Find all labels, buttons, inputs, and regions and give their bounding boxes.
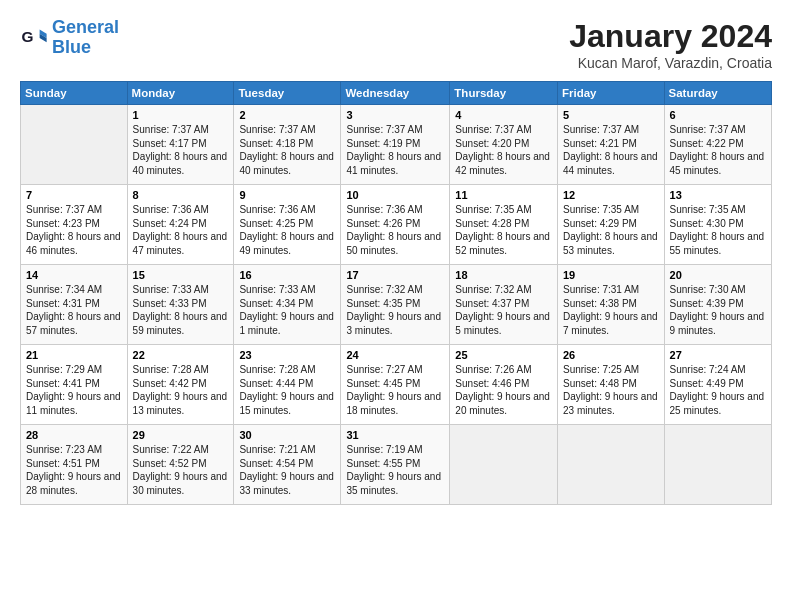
- cell-info: Sunrise: 7:36 AMSunset: 4:25 PMDaylight:…: [239, 203, 335, 257]
- day-number: 29: [133, 429, 229, 441]
- calendar-cell: 29Sunrise: 7:22 AMSunset: 4:52 PMDayligh…: [127, 425, 234, 505]
- day-number: 21: [26, 349, 122, 361]
- cell-info: Sunrise: 7:32 AMSunset: 4:35 PMDaylight:…: [346, 283, 444, 337]
- day-number: 2: [239, 109, 335, 121]
- day-number: 22: [133, 349, 229, 361]
- calendar-cell: 13Sunrise: 7:35 AMSunset: 4:30 PMDayligh…: [664, 185, 771, 265]
- day-number: 30: [239, 429, 335, 441]
- cell-info: Sunrise: 7:23 AMSunset: 4:51 PMDaylight:…: [26, 443, 122, 497]
- calendar-cell: 14Sunrise: 7:34 AMSunset: 4:31 PMDayligh…: [21, 265, 128, 345]
- day-number: 27: [670, 349, 766, 361]
- calendar-cell: 31Sunrise: 7:19 AMSunset: 4:55 PMDayligh…: [341, 425, 450, 505]
- calendar-cell: 26Sunrise: 7:25 AMSunset: 4:48 PMDayligh…: [558, 345, 665, 425]
- calendar-cell: 9Sunrise: 7:36 AMSunset: 4:25 PMDaylight…: [234, 185, 341, 265]
- col-header-friday: Friday: [558, 82, 665, 105]
- day-number: 20: [670, 269, 766, 281]
- logo-icon: G: [20, 24, 48, 52]
- cell-info: Sunrise: 7:33 AMSunset: 4:33 PMDaylight:…: [133, 283, 229, 337]
- calendar-cell: 17Sunrise: 7:32 AMSunset: 4:35 PMDayligh…: [341, 265, 450, 345]
- day-number: 18: [455, 269, 552, 281]
- cell-info: Sunrise: 7:36 AMSunset: 4:24 PMDaylight:…: [133, 203, 229, 257]
- calendar-table: SundayMondayTuesdayWednesdayThursdayFrid…: [20, 81, 772, 505]
- day-number: 11: [455, 189, 552, 201]
- cell-info: Sunrise: 7:21 AMSunset: 4:54 PMDaylight:…: [239, 443, 335, 497]
- cell-info: Sunrise: 7:33 AMSunset: 4:34 PMDaylight:…: [239, 283, 335, 337]
- cell-info: Sunrise: 7:34 AMSunset: 4:31 PMDaylight:…: [26, 283, 122, 337]
- day-number: 7: [26, 189, 122, 201]
- calendar-week-3: 21Sunrise: 7:29 AMSunset: 4:41 PMDayligh…: [21, 345, 772, 425]
- day-number: 31: [346, 429, 444, 441]
- calendar-cell: [558, 425, 665, 505]
- cell-info: Sunrise: 7:24 AMSunset: 4:49 PMDaylight:…: [670, 363, 766, 417]
- cell-info: Sunrise: 7:30 AMSunset: 4:39 PMDaylight:…: [670, 283, 766, 337]
- col-header-thursday: Thursday: [450, 82, 558, 105]
- day-number: 8: [133, 189, 229, 201]
- cell-info: Sunrise: 7:35 AMSunset: 4:29 PMDaylight:…: [563, 203, 659, 257]
- calendar-cell: 28Sunrise: 7:23 AMSunset: 4:51 PMDayligh…: [21, 425, 128, 505]
- calendar-cell: 11Sunrise: 7:35 AMSunset: 4:28 PMDayligh…: [450, 185, 558, 265]
- day-number: 25: [455, 349, 552, 361]
- cell-info: Sunrise: 7:36 AMSunset: 4:26 PMDaylight:…: [346, 203, 444, 257]
- day-number: 9: [239, 189, 335, 201]
- cell-info: Sunrise: 7:32 AMSunset: 4:37 PMDaylight:…: [455, 283, 552, 337]
- cell-info: Sunrise: 7:22 AMSunset: 4:52 PMDaylight:…: [133, 443, 229, 497]
- day-number: 28: [26, 429, 122, 441]
- calendar-cell: 4Sunrise: 7:37 AMSunset: 4:20 PMDaylight…: [450, 105, 558, 185]
- calendar-cell: [664, 425, 771, 505]
- day-number: 26: [563, 349, 659, 361]
- day-number: 1: [133, 109, 229, 121]
- calendar-cell: 24Sunrise: 7:27 AMSunset: 4:45 PMDayligh…: [341, 345, 450, 425]
- day-number: 13: [670, 189, 766, 201]
- day-number: 15: [133, 269, 229, 281]
- col-header-wednesday: Wednesday: [341, 82, 450, 105]
- cell-info: Sunrise: 7:37 AMSunset: 4:22 PMDaylight:…: [670, 123, 766, 177]
- calendar-week-0: 1Sunrise: 7:37 AMSunset: 4:17 PMDaylight…: [21, 105, 772, 185]
- cell-info: Sunrise: 7:31 AMSunset: 4:38 PMDaylight:…: [563, 283, 659, 337]
- day-number: 19: [563, 269, 659, 281]
- day-number: 4: [455, 109, 552, 121]
- calendar-cell: 27Sunrise: 7:24 AMSunset: 4:49 PMDayligh…: [664, 345, 771, 425]
- calendar-cell: 5Sunrise: 7:37 AMSunset: 4:21 PMDaylight…: [558, 105, 665, 185]
- calendar-cell: 2Sunrise: 7:37 AMSunset: 4:18 PMDaylight…: [234, 105, 341, 185]
- calendar-cell: 21Sunrise: 7:29 AMSunset: 4:41 PMDayligh…: [21, 345, 128, 425]
- title-block: January 2024 Kucan Marof, Varazdin, Croa…: [569, 18, 772, 71]
- calendar-cell: 3Sunrise: 7:37 AMSunset: 4:19 PMDaylight…: [341, 105, 450, 185]
- month-title: January 2024: [569, 18, 772, 55]
- cell-info: Sunrise: 7:28 AMSunset: 4:42 PMDaylight:…: [133, 363, 229, 417]
- calendar-cell: 7Sunrise: 7:37 AMSunset: 4:23 PMDaylight…: [21, 185, 128, 265]
- cell-info: Sunrise: 7:35 AMSunset: 4:30 PMDaylight:…: [670, 203, 766, 257]
- logo-blue: Blue: [52, 37, 91, 57]
- calendar-header-row: SundayMondayTuesdayWednesdayThursdayFrid…: [21, 82, 772, 105]
- col-header-saturday: Saturday: [664, 82, 771, 105]
- col-header-tuesday: Tuesday: [234, 82, 341, 105]
- day-number: 24: [346, 349, 444, 361]
- day-number: 16: [239, 269, 335, 281]
- day-number: 14: [26, 269, 122, 281]
- cell-info: Sunrise: 7:28 AMSunset: 4:44 PMDaylight:…: [239, 363, 335, 417]
- calendar-cell: 6Sunrise: 7:37 AMSunset: 4:22 PMDaylight…: [664, 105, 771, 185]
- calendar-cell: 23Sunrise: 7:28 AMSunset: 4:44 PMDayligh…: [234, 345, 341, 425]
- calendar-cell: 10Sunrise: 7:36 AMSunset: 4:26 PMDayligh…: [341, 185, 450, 265]
- cell-info: Sunrise: 7:25 AMSunset: 4:48 PMDaylight:…: [563, 363, 659, 417]
- cell-info: Sunrise: 7:26 AMSunset: 4:46 PMDaylight:…: [455, 363, 552, 417]
- col-header-monday: Monday: [127, 82, 234, 105]
- cell-info: Sunrise: 7:37 AMSunset: 4:19 PMDaylight:…: [346, 123, 444, 177]
- cell-info: Sunrise: 7:35 AMSunset: 4:28 PMDaylight:…: [455, 203, 552, 257]
- calendar-cell: [21, 105, 128, 185]
- cell-info: Sunrise: 7:37 AMSunset: 4:18 PMDaylight:…: [239, 123, 335, 177]
- day-number: 12: [563, 189, 659, 201]
- calendar-cell: 15Sunrise: 7:33 AMSunset: 4:33 PMDayligh…: [127, 265, 234, 345]
- day-number: 17: [346, 269, 444, 281]
- day-number: 6: [670, 109, 766, 121]
- cell-info: Sunrise: 7:29 AMSunset: 4:41 PMDaylight:…: [26, 363, 122, 417]
- logo-text: General Blue: [52, 18, 119, 58]
- calendar-cell: 22Sunrise: 7:28 AMSunset: 4:42 PMDayligh…: [127, 345, 234, 425]
- cell-info: Sunrise: 7:37 AMSunset: 4:21 PMDaylight:…: [563, 123, 659, 177]
- day-number: 23: [239, 349, 335, 361]
- calendar-cell: 18Sunrise: 7:32 AMSunset: 4:37 PMDayligh…: [450, 265, 558, 345]
- calendar-cell: 1Sunrise: 7:37 AMSunset: 4:17 PMDaylight…: [127, 105, 234, 185]
- calendar-cell: 25Sunrise: 7:26 AMSunset: 4:46 PMDayligh…: [450, 345, 558, 425]
- calendar-week-2: 14Sunrise: 7:34 AMSunset: 4:31 PMDayligh…: [21, 265, 772, 345]
- cell-info: Sunrise: 7:19 AMSunset: 4:55 PMDaylight:…: [346, 443, 444, 497]
- logo-general: General: [52, 17, 119, 37]
